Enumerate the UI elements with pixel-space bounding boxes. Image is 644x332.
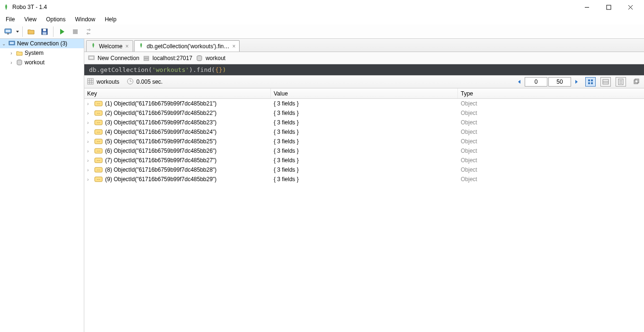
tree-connection[interactable]: ⌄ New Connection (3): [0, 39, 84, 48]
row-key: (1) ObjectId("61716b6759b99f7dc485bb21"): [105, 100, 216, 107]
svg-rect-10: [73, 29, 78, 34]
content: Welcome × db.getCollection('workouts').f…: [84, 39, 644, 332]
table-row[interactable]: ›⋯(2) ObjectId("61716b6759b99f7dc485bb22…: [84, 108, 644, 118]
svg-rect-28: [591, 79, 593, 81]
tab-welcome[interactable]: Welcome ×: [86, 40, 133, 52]
svg-rect-39: [635, 79, 639, 83]
chevron-right-icon: ›: [87, 139, 92, 144]
minimize-button[interactable]: [576, 0, 598, 14]
leaf-icon: [138, 43, 144, 50]
row-value: { 3 fields }: [271, 166, 458, 173]
close-icon[interactable]: ×: [232, 44, 235, 49]
chevron-right-icon: ›: [87, 158, 92, 163]
clock-icon: [127, 78, 134, 86]
save-button[interactable]: [38, 26, 51, 38]
svg-text:⋯: ⋯: [97, 140, 100, 144]
run-button[interactable]: [56, 26, 68, 38]
chevron-right-icon: ›: [87, 120, 92, 125]
tree-system-label: System: [25, 50, 44, 56]
table-row[interactable]: ›⋯(9) ObjectId("61716b6759b99f7dc485bb29…: [84, 175, 644, 184]
menu-window[interactable]: Window: [71, 15, 100, 24]
svg-rect-27: [588, 79, 590, 81]
table-row[interactable]: ›⋯(3) ObjectId("61716b6759b99f7dc485bb23…: [84, 118, 644, 127]
crumb-host[interactable]: localhost:27017: [143, 55, 192, 61]
tabs: Welcome × db.getCollection('workouts').f…: [84, 39, 644, 52]
host-icon: [143, 55, 150, 61]
col-value[interactable]: Value: [271, 88, 458, 98]
row-value: { 3 fields }: [271, 119, 458, 126]
menu-help[interactable]: Help: [100, 15, 121, 24]
row-type: Object: [458, 166, 644, 173]
page-next[interactable]: [572, 77, 581, 87]
open-button[interactable]: [25, 26, 37, 38]
document-icon: ⋯: [94, 157, 103, 163]
row-value: { 3 fields }: [271, 148, 458, 154]
tree-workout[interactable]: › workout: [0, 58, 84, 67]
row-value: { 3 fields }: [271, 157, 458, 164]
row-type: Object: [458, 100, 644, 107]
row-type: Object: [458, 110, 644, 116]
popout-button[interactable]: [631, 77, 641, 87]
connect-button[interactable]: [2, 26, 14, 38]
row-type: Object: [458, 157, 644, 164]
svg-text:⋯: ⋯: [97, 149, 100, 153]
chevron-right-icon: ›: [9, 51, 14, 56]
svg-text:⋯: ⋯: [97, 102, 100, 106]
close-button[interactable]: [619, 0, 641, 14]
collection-label: workouts: [97, 79, 119, 85]
crumb-db[interactable]: workout: [196, 55, 225, 61]
table-row[interactable]: ›⋯(7) ObjectId("61716b6759b99f7dc485bb27…: [84, 156, 644, 165]
table-row[interactable]: ›⋯(6) ObjectId("61716b6759b99f7dc485bb26…: [84, 146, 644, 156]
document-icon: ⋯: [94, 110, 103, 116]
tab-query-label: db.getCollection('workouts').fin…: [147, 43, 230, 50]
table-row[interactable]: ›⋯(4) ObjectId("61716b6759b99f7dc485bb24…: [84, 127, 644, 137]
row-type: Object: [458, 119, 644, 126]
results-header: Key Value Type: [84, 88, 644, 99]
svg-rect-16: [144, 56, 149, 58]
menubar: File View Options Window Help: [0, 14, 644, 25]
row-type: Object: [458, 176, 644, 183]
close-icon[interactable]: ×: [125, 44, 129, 49]
chevron-right-icon: ›: [87, 149, 92, 154]
menu-file[interactable]: File: [1, 15, 19, 24]
document-icon: ⋯: [94, 148, 103, 154]
query-editor[interactable]: db.getCollection('workouts').find({}): [84, 64, 644, 75]
tree-connection-label: New Connection (3): [17, 40, 67, 47]
rotate-button[interactable]: [82, 26, 95, 38]
svg-rect-17: [144, 59, 149, 61]
view-text-button[interactable]: [616, 77, 626, 87]
document-icon: ⋯: [94, 101, 103, 106]
col-type[interactable]: Type: [458, 88, 644, 98]
table-row[interactable]: ›⋯(5) ObjectId("61716b6759b99f7dc485bb25…: [84, 137, 644, 146]
query-mid: ).find(: [189, 66, 215, 73]
query-end: ): [223, 66, 226, 73]
table-row[interactable]: ›⋯(1) ObjectId("61716b6759b99f7dc485bb21…: [84, 99, 644, 108]
chevron-right-icon: ›: [87, 177, 92, 182]
row-key: (2) ObjectId("61716b6759b99f7dc485bb22"): [105, 110, 216, 116]
maximize-button[interactable]: [598, 0, 619, 14]
row-value: { 3 fields }: [271, 138, 458, 145]
query-arg: 'workouts': [152, 66, 189, 73]
tree-system[interactable]: › System: [0, 48, 84, 58]
breadcrumb: New Connection localhost:27017 workout: [84, 52, 644, 64]
crumb-connection[interactable]: New Connection: [88, 55, 139, 61]
crumb-db-label: workout: [206, 55, 225, 61]
view-table-button[interactable]: [600, 77, 611, 87]
row-value: { 3 fields }: [271, 176, 458, 183]
menu-options[interactable]: Options: [41, 15, 70, 24]
tab-welcome-label: Welcome: [99, 43, 123, 50]
col-key[interactable]: Key: [84, 88, 271, 98]
status-strip: workouts 0.005 sec.: [84, 75, 644, 88]
page-size-input[interactable]: [548, 77, 571, 87]
page-prev[interactable]: [515, 77, 524, 87]
view-tree-button[interactable]: [585, 77, 596, 87]
connect-dropdown[interactable]: [15, 30, 20, 34]
page-start-input[interactable]: [525, 77, 547, 87]
menu-view[interactable]: View: [19, 15, 41, 24]
svg-rect-31: [603, 79, 608, 84]
stop-button[interactable]: [69, 26, 81, 38]
row-type: Object: [458, 148, 644, 154]
tab-query[interactable]: db.getCollection('workouts').fin… ×: [134, 40, 240, 52]
table-row[interactable]: ›⋯(8) ObjectId("61716b6759b99f7dc485bb28…: [84, 165, 644, 175]
grid-icon: [87, 78, 94, 86]
